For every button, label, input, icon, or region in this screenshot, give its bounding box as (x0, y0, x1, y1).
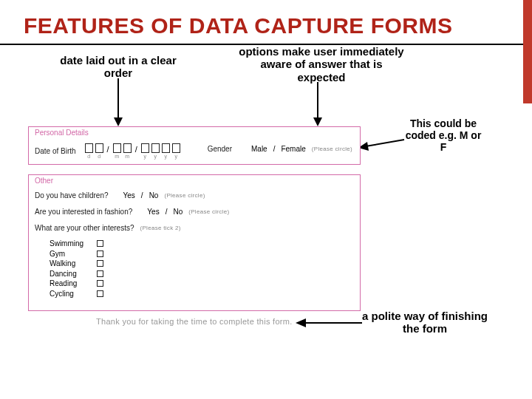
checkbox[interactable] (97, 260, 103, 267)
other-box: Other Do you have children? Yes/ No (Ple… (28, 174, 361, 311)
dob-cell[interactable] (113, 143, 121, 153)
dob-cell[interactable] (123, 143, 132, 153)
dob-cell[interactable] (151, 143, 160, 153)
checkbox[interactable] (97, 250, 103, 257)
question-interests: What are your other interests? (Please t… (35, 224, 181, 232)
yes-option[interactable]: Yes (123, 191, 135, 200)
callout-options-aware: options make user immediately aware of a… (236, 45, 406, 83)
no-option[interactable]: No (173, 208, 183, 216)
checkbox[interactable] (97, 290, 103, 297)
arrow-coded (358, 137, 404, 152)
list-item: Reading (50, 279, 103, 289)
list-item: Gym (50, 249, 103, 259)
list-item: Cycling (50, 289, 103, 299)
thank-you-text: Thank you for taking the time to complet… (96, 317, 293, 326)
gender-male[interactable]: Male (251, 145, 267, 153)
yes-option[interactable]: Yes (147, 208, 159, 216)
dob-cell[interactable] (162, 143, 170, 153)
dob-cell[interactable] (95, 143, 103, 153)
gender-female[interactable]: Female (281, 145, 305, 153)
interest-list: Swimming Gym Walking Dancing Reading Cyc… (50, 239, 103, 299)
svg-marker-9 (296, 318, 306, 327)
checkbox[interactable] (97, 270, 103, 277)
list-item: Swimming (50, 239, 103, 249)
list-item: Dancing (50, 269, 103, 279)
section-label-other: Other (35, 177, 53, 185)
dob-cell[interactable] (85, 143, 93, 153)
arrow-polite (296, 316, 362, 330)
section-label-personal: Personal Details (35, 129, 89, 137)
please-circle: (Please circle) (312, 146, 352, 152)
no-option[interactable]: No (149, 191, 159, 200)
dob-label: Date of Birth (35, 147, 76, 155)
checkbox[interactable] (97, 280, 103, 287)
svg-line-4 (366, 140, 404, 146)
dob-cell[interactable] (172, 143, 180, 153)
question-fashion: Are you interested in fashion? Yes/ No (… (35, 208, 229, 216)
callout-coded: This could be coded e.g. M or F (403, 117, 484, 153)
callout-date-order: date laid out in a clear order (59, 54, 177, 80)
callout-polite: a polite way of finishing the form (362, 310, 488, 335)
arrow-options (310, 82, 325, 126)
slide-title: FEATURES OF DATA CAPTURE FORMS (0, 0, 532, 42)
arrow-date (111, 78, 126, 126)
dob-cell[interactable] (141, 143, 149, 153)
slide-canvas: date laid out in a clear order options m… (0, 45, 532, 370)
date-of-birth-row: Date of Birth d d / m m / y y y y (35, 143, 180, 159)
checkbox[interactable] (97, 240, 103, 247)
svg-marker-1 (114, 117, 123, 126)
svg-marker-3 (313, 117, 322, 126)
gender-row: Gender Male / Female (Please circle) (208, 145, 352, 153)
gender-label: Gender (208, 145, 232, 153)
list-item: Walking (50, 259, 103, 269)
question-children: Do you have children? Yes/ No (Please ci… (35, 191, 205, 200)
personal-details-box: Personal Details Date of Birth d d / m m… (28, 126, 361, 165)
